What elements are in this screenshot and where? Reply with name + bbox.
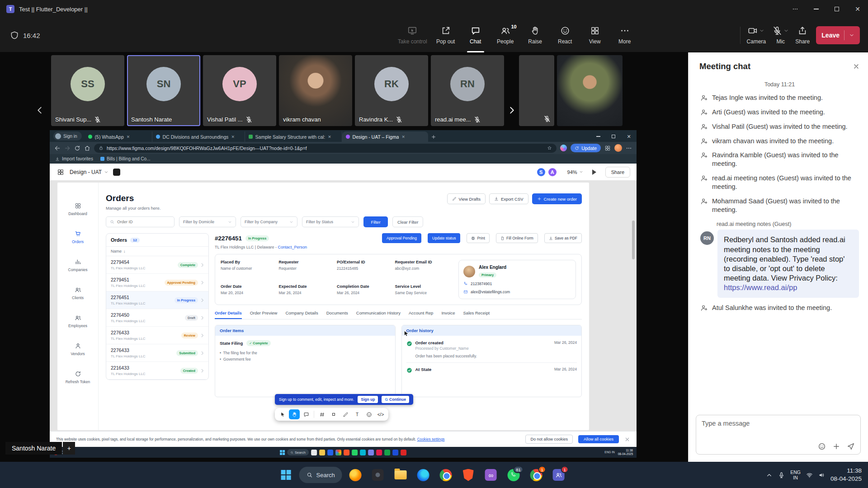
visual-studio-icon[interactable]: ∞ [481, 465, 500, 484]
order-id-input[interactable] [117, 220, 167, 224]
send-icon[interactable] [847, 442, 855, 450]
participant-tile-ravindra[interactable]: RK Ravindra K... [355, 55, 428, 126]
tray-expand-icon[interactable] [766, 472, 773, 479]
sidebar-item-dashboard[interactable]: Dashboard [57, 195, 98, 223]
chrome-icon[interactable] [335, 450, 341, 455]
new-tab-button[interactable] [428, 131, 439, 142]
tab-account-rep[interactable]: Account Rep [409, 310, 433, 319]
figma-file-name[interactable]: Design - UAT [70, 169, 108, 175]
browser-profile-avatar[interactable] [614, 144, 622, 152]
canvas-scrollbar[interactable] [632, 221, 635, 259]
chat-message-bubble[interactable]: Redberyl and Santosh added read.ai meeti… [717, 230, 859, 298]
browser-close-button[interactable]: ✕ [621, 131, 637, 142]
close-button[interactable]: ✕ [847, 0, 868, 18]
app-icon[interactable] [360, 450, 366, 455]
tab-company-details[interactable]: Company Details [285, 310, 318, 319]
back-icon[interactable] [54, 145, 61, 151]
firefox-icon[interactable] [346, 465, 365, 484]
order-row[interactable]: 2279454TL Flex Holdings LLC Complete [106, 256, 208, 274]
teams-icon[interactable] [368, 450, 374, 455]
update-status-button[interactable]: Update status [428, 233, 460, 243]
text-tool-icon[interactable]: T [352, 409, 363, 419]
mic-control[interactable]: Mic [772, 26, 789, 45]
order-row[interactable]: 2216433TL Flex Holdings LLC Created [106, 362, 208, 380]
favorite-import[interactable]: Import favorites [55, 156, 93, 161]
figma-menu-icon[interactable] [56, 168, 65, 177]
browser-tab-figma-active[interactable]: Design - UAT – Figma ✕ [342, 131, 428, 142]
sidebar-item-clients[interactable]: Clients [57, 279, 98, 307]
order-row[interactable]: 2279451TL Flex Holdings LLC Approval Pen… [106, 274, 208, 291]
browser-tab-maps[interactable]: DC Divisions and Surroundings ✕ [152, 131, 245, 142]
refresh-icon[interactable] [74, 145, 80, 151]
pen-tool-icon[interactable] [340, 409, 351, 419]
sidebar-item-companies[interactable]: Companies [57, 251, 98, 279]
filter-status-select[interactable]: Filter by Status [302, 216, 359, 227]
bookmark-star-icon[interactable] [547, 145, 552, 150]
strip-scroll-right-button[interactable] [505, 104, 518, 117]
forward-icon[interactable] [64, 145, 71, 151]
participant-tile-vikram[interactable]: vikram chavan [279, 55, 352, 126]
tab-communication-history[interactable]: Communication History [356, 310, 401, 319]
filter-company-select[interactable]: Filter by Company [241, 216, 297, 227]
shape-tool-icon[interactable] [328, 409, 339, 419]
language-indicator[interactable]: ENG IN [790, 469, 801, 480]
collaborator-avatar[interactable]: A [547, 167, 557, 177]
cookie-close-icon[interactable] [624, 436, 630, 442]
approval-pending-button[interactable]: Approval Pending [382, 233, 421, 243]
mic-chevron-icon[interactable] [783, 28, 789, 33]
save-as-pdf-button[interactable]: Save as PDF [544, 233, 582, 243]
tab-close-icon[interactable]: ✕ [127, 135, 130, 139]
sidebar-item-refresh-token[interactable]: Refresh Token [57, 363, 98, 391]
copilot-icon[interactable] [560, 145, 567, 151]
file-explorer-icon[interactable] [391, 465, 410, 484]
order-row[interactable]: 2276450TL Flex Holdings LLC Draft [106, 309, 208, 327]
fill-online-form-button[interactable]: Fill Online Form [496, 233, 538, 243]
chat-close-icon[interactable] [853, 63, 860, 70]
figma-file-menu-icon[interactable] [113, 169, 120, 176]
browser-tab-sheets[interactable]: Sample Salary Structure with cal: ✕ [245, 131, 342, 142]
teams-icon[interactable]: 1 [549, 465, 568, 484]
chat-button[interactable]: Chat [461, 18, 491, 52]
brave-icon[interactable] [459, 465, 478, 484]
react-button[interactable]: React [550, 18, 580, 52]
browser-update-button[interactable]: Update [571, 144, 601, 152]
signup-button[interactable]: Sign up [358, 396, 378, 403]
camera-control[interactable]: Camera [747, 26, 766, 45]
tab-sales-receipt[interactable]: Sales Receipt [463, 310, 490, 319]
minimize-button[interactable] [806, 0, 826, 18]
sidebar-item-vendors[interactable]: Vendors [57, 335, 98, 363]
cookie-settings-link[interactable]: Cookies settings [417, 437, 445, 441]
share-control[interactable]: Share [795, 26, 810, 45]
edge-icon[interactable] [414, 465, 433, 484]
print-button[interactable]: Print [467, 233, 489, 243]
wifi-icon[interactable] [806, 472, 813, 479]
people-button[interactable]: 10 People [491, 18, 520, 52]
move-tool-icon[interactable] [277, 409, 288, 419]
comment-tool-icon[interactable] [301, 409, 311, 419]
whatsapp-icon[interactable] [352, 450, 358, 455]
tab-documents[interactable]: Documents [326, 310, 348, 319]
pin-presenter-button[interactable]: + [63, 442, 75, 455]
chrome-icon[interactable] [436, 465, 455, 484]
participant-tile-santosh[interactable]: SN Santosh Narate [127, 55, 200, 126]
more-button[interactable]: More [610, 18, 640, 52]
contact-phone[interactable]: 2123874901 [463, 282, 571, 286]
language-indicator[interactable]: ENG IN [604, 450, 614, 454]
dev-mode-icon[interactable]: </> [375, 409, 386, 419]
attach-plus-icon[interactable] [832, 442, 840, 450]
frame-tool-icon[interactable] [316, 409, 327, 419]
start-button[interactable] [277, 465, 296, 484]
create-new-order-button[interactable]: Create new order [532, 193, 582, 204]
word-icon[interactable] [392, 450, 398, 455]
maximize-button[interactable] [826, 0, 847, 18]
chrome-profile-icon[interactable]: 1 [527, 465, 546, 484]
tray-mic-icon[interactable] [778, 472, 785, 479]
order-row-selected[interactable]: 2276451TL Flex Holdings LLC In Progress [106, 291, 208, 309]
tab-order-preview[interactable]: Order Preview [250, 310, 278, 319]
figma-share-button[interactable]: Share [605, 167, 630, 178]
chat-messages[interactable]: Today 11:21 Tejas Ingle was invited to t… [689, 74, 868, 409]
leave-button[interactable]: Leave [816, 26, 860, 44]
taskbar-search[interactable]: Search [287, 449, 309, 455]
participant-tile-vishal[interactable]: VP Vishal Patil ... [203, 55, 276, 126]
taskbar-clock[interactable]: 11:38 08-04-2025 [830, 467, 862, 483]
